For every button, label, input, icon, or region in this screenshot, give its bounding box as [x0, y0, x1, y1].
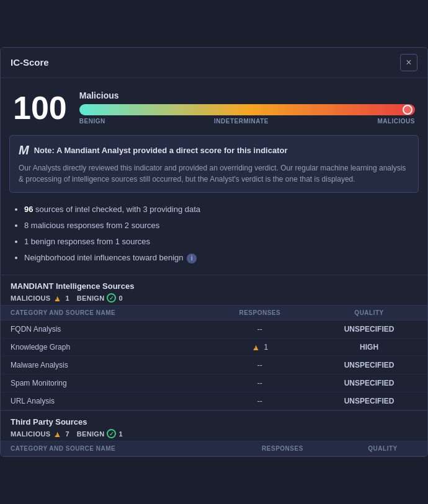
- gauge-bar: [79, 104, 415, 115]
- warning-icon-tp: [53, 430, 63, 438]
- warning-icon-row: [251, 343, 261, 351]
- table-row: Malware Analysis--UNSPECIFIED: [1, 356, 427, 374]
- col-responses: RESPONSES: [208, 306, 311, 321]
- list-item: 96 sources of intel checked, with 3 prov…: [24, 204, 415, 215]
- col-source-name: CATEGORY AND SOURCE NAME: [1, 306, 208, 321]
- quality-cell: UNSPECIFIED: [311, 356, 427, 374]
- quality-cell: HIGH: [311, 338, 427, 356]
- gauge-benign-label: BENIGN: [79, 118, 105, 125]
- close-button[interactable]: ×: [400, 54, 417, 71]
- mandiant-benign-label: BENIGN: [77, 294, 105, 302]
- check-icon: ✓: [107, 293, 116, 303]
- intel-text-1: sources of intel checked, with 3 providi…: [35, 205, 200, 214]
- responses-cell: --: [208, 356, 311, 374]
- list-item: Neighborhood intel influences toward ben…: [24, 252, 415, 263]
- mandiant-malicious-label: MALICIOUS: [11, 294, 50, 302]
- score-label: Malicious: [79, 91, 415, 100]
- table-header-row: CATEGORY AND SOURCE NAME RESPONSES QUALI…: [1, 306, 427, 321]
- list-item: 1 benign responses from 1 sources: [24, 236, 415, 247]
- analyst-note: M Note: A Mandiant Analyst provided a di…: [9, 135, 419, 193]
- check-icon-tp: ✓: [107, 429, 116, 438]
- modal-header: IC-Score ×: [1, 48, 427, 78]
- table-row: FQDN Analysis--UNSPECIFIED: [1, 321, 427, 338]
- responses-cell: --: [208, 392, 311, 410]
- mandiant-badges: MALICIOUS 1 BENIGN ✓ 0: [11, 293, 417, 303]
- info-icon[interactable]: i: [187, 254, 197, 263]
- gauge-indeterminate-label: INDETERMINATE: [214, 118, 269, 125]
- table-row: URL Analysis--UNSPECIFIED: [1, 392, 427, 410]
- third-party-benign-label: BENIGN: [77, 430, 105, 438]
- modal-title: IC-Score: [11, 57, 49, 68]
- intel-text-3: 1 benign responses from 1 sources: [24, 237, 150, 246]
- score-number: 100: [13, 89, 67, 126]
- score-section: 100 Malicious BENIGN INDETERMINATE MALIC…: [1, 78, 427, 135]
- mandiant-benign-badge: BENIGN ✓ 0: [77, 293, 123, 303]
- third-party-table: CATEGORY AND SOURCE NAME RESPONSES QUALI…: [1, 441, 427, 456]
- intel-bold-1: 96: [24, 205, 33, 214]
- third-party-malicious-label: MALICIOUS: [11, 430, 50, 438]
- warning-icon: [53, 294, 63, 303]
- source-name-cell: Spam Monitoring: [1, 374, 208, 392]
- tp-table-header-row: CATEGORY AND SOURCE NAME RESPONSES QUALI…: [1, 441, 427, 456]
- score-right: Malicious BENIGN INDETERMINATE MALICIOUS: [79, 91, 415, 125]
- analyst-note-title: Note: A Mandiant Analyst provided a dire…: [34, 146, 288, 155]
- mandiant-malicious-count: 1: [65, 294, 69, 302]
- responses-cell: --: [208, 374, 311, 392]
- table-row: Spam Monitoring--UNSPECIFIED: [1, 374, 427, 392]
- mandiant-malicious-badge: MALICIOUS 1: [11, 294, 69, 303]
- tp-col-source-name: CATEGORY AND SOURCE NAME: [1, 441, 227, 456]
- col-quality: QUALITY: [311, 306, 427, 321]
- analyst-note-body: Our Analysts directly reviewed this indi…: [19, 162, 409, 185]
- third-party-badges: MALICIOUS 7 BENIGN ✓ 1: [11, 429, 417, 438]
- table-row: Knowledge Graph1HIGH: [1, 338, 427, 356]
- quality-cell: UNSPECIFIED: [311, 321, 427, 338]
- quality-cell: UNSPECIFIED: [311, 374, 427, 392]
- analyst-note-header: M Note: A Mandiant Analyst provided a di…: [19, 143, 409, 157]
- intel-text-2: 8 malicious responses from 2 sources: [24, 221, 159, 230]
- third-party-benign-count: 1: [118, 430, 122, 438]
- mandiant-benign-count: 0: [118, 294, 122, 302]
- third-party-malicious-badge: MALICIOUS 7: [11, 430, 69, 438]
- gauge-indicator: [403, 105, 412, 115]
- intel-list: 96 sources of intel checked, with 3 prov…: [1, 200, 427, 276]
- mandiant-section-title: MANDIANT Intelligence Sources: [11, 281, 417, 291]
- source-name-cell: URL Analysis: [1, 392, 208, 410]
- source-name-cell: Knowledge Graph: [1, 338, 208, 356]
- third-party-benign-badge: BENIGN ✓ 1: [77, 429, 123, 438]
- third-party-section-header: Third Party Sources MALICIOUS 7 BENIGN ✓…: [1, 410, 427, 441]
- list-item: 8 malicious responses from 2 sources: [24, 220, 415, 231]
- gauge-malicious-label: MALICIOUS: [377, 118, 415, 125]
- mandiant-logo: M: [19, 143, 29, 157]
- responses-warn: 1: [218, 343, 301, 351]
- responses-cell: --: [208, 321, 311, 338]
- ic-score-modal: IC-Score × 100 Malicious BENIGN INDETERM…: [0, 47, 428, 458]
- gauge-labels: BENIGN INDETERMINATE MALICIOUS: [79, 118, 415, 125]
- tp-col-quality: QUALITY: [338, 441, 427, 456]
- mandiant-table: CATEGORY AND SOURCE NAME RESPONSES QUALI…: [1, 305, 427, 410]
- third-party-malicious-count: 7: [65, 430, 69, 438]
- intel-text-4: Neighborhood intel influences toward ben…: [24, 253, 184, 262]
- tp-col-responses: RESPONSES: [227, 441, 338, 456]
- mandiant-section-header: MANDIANT Intelligence Sources MALICIOUS …: [1, 275, 427, 305]
- source-name-cell: FQDN Analysis: [1, 321, 208, 338]
- source-name-cell: Malware Analysis: [1, 356, 208, 374]
- responses-cell: 1: [208, 338, 311, 356]
- quality-cell: UNSPECIFIED: [311, 392, 427, 410]
- third-party-title: Third Party Sources: [11, 417, 417, 427]
